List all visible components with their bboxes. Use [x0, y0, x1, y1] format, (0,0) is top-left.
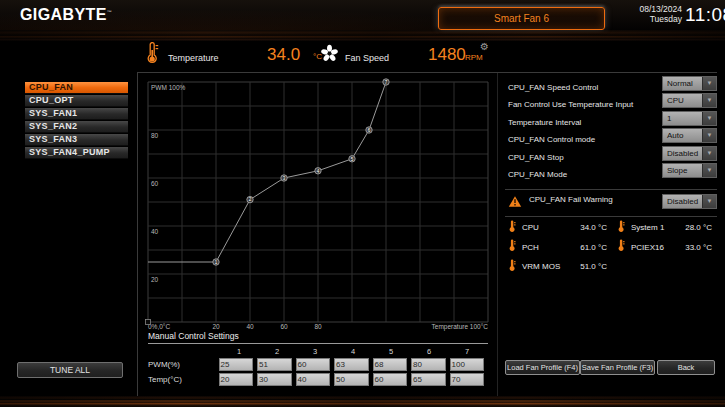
mcs-row-pwm: PWM(%)255160636880100	[148, 358, 488, 371]
setting-label: CPU_FAN Control mode	[508, 135, 595, 144]
temp-reading-cpu: CPU34.0 °C	[508, 221, 607, 234]
chevron-down-icon: ▼	[702, 195, 716, 208]
mcs-column-3: 3	[298, 347, 332, 356]
dropdown-value: Disabled	[663, 195, 702, 208]
setting-label: Fan Control Use Temperature Input	[508, 100, 633, 109]
setting-row-temperature-interval: Temperature Interval1▼	[508, 111, 717, 128]
setting-row-cpu-fan-mode: CPU_FAN ModeSlope▼	[508, 163, 717, 180]
top-streak-decoration	[0, 30, 725, 41]
setting-row-cpu-fan-stop: CPU_FAN StopDisabled▼	[508, 146, 717, 163]
mcs-cell-temp-c-3[interactable]: 40	[296, 373, 331, 386]
sidebar-item-sys-fan1[interactable]: SYS_FAN1	[25, 108, 128, 120]
mcs-cell-pwm-1[interactable]: 25	[219, 358, 254, 371]
mcs-cell-pwm-5[interactable]: 68	[373, 358, 408, 371]
chevron-down-icon: ▼	[702, 164, 716, 177]
mcs-cell-pwm-3[interactable]: 60	[296, 358, 331, 371]
mcs-column-headers: 1234567	[148, 347, 488, 356]
mcs-cell-temp-c-1[interactable]: 20	[219, 373, 254, 386]
dropdown-value: Auto	[663, 129, 702, 142]
mcs-column-1: 1	[222, 347, 256, 356]
mcs-cell-pwm-4[interactable]: 63	[334, 358, 369, 371]
dropdown-temperature-interval[interactable]: 1▼	[662, 111, 717, 126]
mcs-row-label: Temp(°C)	[148, 375, 219, 384]
weekday-text: Tuesday	[630, 15, 682, 25]
manual-control-title: Manual Control Settings	[148, 331, 488, 344]
fan-curve-line	[148, 82, 386, 262]
y-tick-label: 60	[151, 180, 159, 187]
dropdown-cpu-fan-fail-warning[interactable]: Disabled ▼	[662, 194, 717, 209]
temperature-label: Temperature	[168, 53, 219, 63]
fan-curve-chart[interactable]: PWM 100%806040200%,0°C20406080Temperatur…	[140, 76, 495, 334]
sidebar-item-sys-fan2[interactable]: SYS_FAN2	[25, 121, 128, 133]
fan-channel-list: CPU_FANCPU_OPTSYS_FAN1SYS_FAN2SYS_FAN3SY…	[25, 82, 128, 160]
tab-smart-fan-6[interactable]: Smart Fan 6	[438, 7, 605, 30]
thermometer-icon	[146, 42, 159, 69]
mcs-cell-temp-c-6[interactable]: 65	[411, 373, 446, 386]
tune-all-button[interactable]: TUNE ALL	[17, 362, 123, 378]
sidebar-item-cpu-opt[interactable]: CPU_OPT	[25, 95, 128, 107]
load-fan-profile-button[interactable]: Load Fan Profile (F4)	[505, 360, 580, 375]
gigabyte-logo: GIGABYTE™	[20, 6, 112, 24]
temp-label: CPU	[522, 223, 539, 232]
mcs-column-4: 4	[336, 347, 370, 356]
temp-value: 34.0 °C	[580, 223, 607, 232]
dropdown-value: 1	[663, 112, 702, 125]
temp-value: 33.0 °C	[685, 243, 712, 252]
dropdown-cpu-fan-mode[interactable]: Slope▼	[662, 163, 717, 178]
dropdown-cpu-fan-control-mode[interactable]: Auto▼	[662, 128, 717, 143]
divider-sidebar	[137, 72, 138, 396]
dropdown-cpu-fan-stop[interactable]: Disabled▼	[662, 146, 717, 161]
mcs-cell-temp-c-5[interactable]: 60	[373, 373, 408, 386]
chevron-down-icon: ▼	[702, 129, 716, 142]
sidebar-item-cpu-fan[interactable]: CPU_FAN	[25, 82, 128, 94]
fan-speed-unit: RPM	[465, 53, 483, 62]
chevron-down-icon: ▼	[702, 94, 716, 107]
trademark: ™	[107, 9, 112, 15]
dropdown-value: Disabled	[663, 147, 702, 160]
mcs-column-6: 6	[412, 347, 446, 356]
mcs-cell-temp-c-7[interactable]: 70	[450, 373, 485, 386]
x-axis-left-label: 0%,0°C	[148, 323, 170, 330]
manual-control-settings: Manual Control Settings 1234567 PWM(%)25…	[148, 331, 488, 386]
date-display: 08/13/2024 Tuesday	[630, 5, 682, 25]
setting-label: CPU_FAN Stop	[508, 153, 564, 162]
smart-fan-screen: GIGABYTE™ Smart Fan 6 08/13/2024 Tuesday…	[0, 0, 725, 407]
warning-icon	[508, 194, 522, 212]
mcs-cell-temp-c-2[interactable]: 30	[257, 373, 292, 386]
mcs-row-label: PWM(%)	[148, 360, 219, 369]
dropdown-value: Slope	[663, 164, 702, 177]
thermometer-icon	[617, 238, 626, 256]
clock: 11:08	[685, 4, 725, 26]
mcs-cell-pwm-7[interactable]: 100	[450, 358, 485, 371]
chevron-down-icon: ▼	[702, 147, 716, 160]
y-axis-top-label: PWM 100%	[151, 84, 186, 91]
logo-text: GIGABYTE	[20, 6, 107, 23]
x-tick-label: 80	[314, 323, 322, 330]
dropdown-cpu-fan-speed-control[interactable]: Normal▼	[662, 76, 717, 91]
temperature-readings: CPU34.0 °CSystem 128.0 °CPCH61.0 °CPCIEX…	[508, 221, 717, 273]
divider-top	[137, 72, 717, 73]
fan-settings-panel: CPU_FAN Speed ControlNormal▼Fan Control …	[508, 76, 717, 180]
mcs-cell-pwm-2[interactable]: 51	[257, 358, 292, 371]
x-tick-label: 20	[212, 323, 220, 330]
origin-marker	[146, 320, 151, 325]
temp-label: System 1	[631, 223, 664, 232]
divider-fail-bottom	[505, 216, 717, 217]
y-tick-label: 20	[151, 276, 159, 283]
temp-reading-pciex16: PCIEX1633.0 °C	[617, 241, 712, 254]
mcs-cell-temp-c-4[interactable]: 50	[334, 373, 369, 386]
temp-reading-vrm-mos: VRM MOS51.0 °C	[508, 260, 607, 273]
gear-icon[interactable]: ⚙	[480, 41, 489, 52]
dropdown-fan-control-use-temperature-input[interactable]: CPU▼	[662, 93, 717, 108]
back-button[interactable]: Back	[657, 360, 715, 375]
temp-reading-pch: PCH61.0 °C	[508, 241, 607, 254]
y-tick-label: 40	[151, 228, 159, 235]
save-fan-profile-button[interactable]: Save Fan Profile (F3)	[580, 360, 655, 375]
sidebar-item-sys-fan4-pump[interactable]: SYS_FAN4_PUMP	[25, 147, 128, 159]
setting-row-cpu-fan-speed-control: CPU_FAN Speed ControlNormal▼	[508, 76, 717, 93]
setting-label: CPU_FAN Mode	[508, 170, 567, 179]
mcs-cell-pwm-6[interactable]: 80	[411, 358, 446, 371]
sidebar-item-sys-fan3[interactable]: SYS_FAN3	[25, 134, 128, 146]
temp-value: 28.0 °C	[685, 223, 712, 232]
fan-icon	[320, 44, 339, 67]
